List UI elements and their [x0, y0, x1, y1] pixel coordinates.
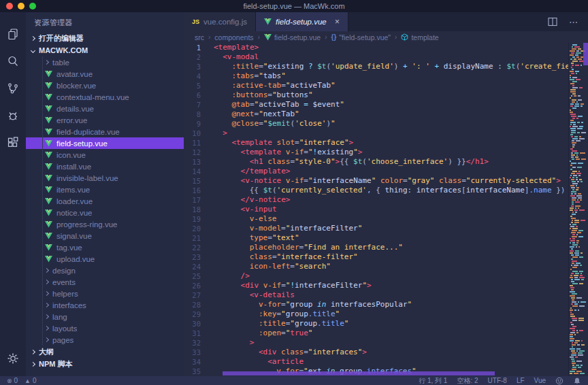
tree-item-install.vue[interactable]: install.vue: [26, 161, 184, 172]
extensions-activitybar-button[interactable]: [0, 129, 26, 156]
code-line[interactable]: 13<h1 class="style-0">{{ $t('choose_inte…: [184, 157, 568, 167]
tree-item-pages[interactable]: pages: [26, 334, 184, 346]
code-line[interactable]: 26<div v-if="!interfaceFilter">: [184, 281, 568, 290]
code-line[interactable]: 23class="interface-filter": [184, 252, 568, 262]
tree-item-design[interactable]: design: [26, 265, 184, 276]
tree-item-interfaces[interactable]: interfaces: [26, 299, 184, 311]
tree-item-field-setup.vue[interactable]: field-setup.vue: [26, 137, 184, 149]
code-line[interactable]: 17</v-notice>: [184, 195, 568, 205]
code-line[interactable]: 24icon-left="search": [184, 262, 568, 271]
source-control-activitybar-button[interactable]: [0, 75, 26, 102]
tree-item-upload.vue[interactable]: upload.vue: [26, 253, 184, 265]
breadcrumb-item-template[interactable]: template: [401, 33, 438, 41]
code-line[interactable]: 3:title="existing ? $t('update_field') +…: [184, 62, 568, 71]
vertical-scrollbar-thumb[interactable]: [583, 43, 588, 65]
tree-item-layouts[interactable]: layouts: [26, 322, 184, 334]
horizontal-scrollbar-thumb[interactable]: [223, 371, 495, 375]
code-line[interactable]: 12<template v-if="!existing">: [184, 148, 568, 157]
search-activitybar-button[interactable]: [0, 48, 26, 75]
code-line[interactable]: 18<v-input: [184, 205, 568, 214]
files-activitybar-button[interactable]: [0, 20, 26, 48]
code-line[interactable]: 30:title="group.title": [184, 319, 568, 329]
tree-item-helpers[interactable]: helpers: [26, 288, 184, 299]
status-warning[interactable]: ▲0: [24, 377, 36, 384]
tree-item-notice.vue[interactable]: notice.vue: [26, 207, 184, 218]
notifications-bell-button[interactable]: [573, 377, 581, 385]
code-line[interactable]: 5:active-tab="activeTab": [184, 81, 568, 90]
code-line[interactable]: 31:open="true": [184, 329, 568, 338]
tree-item-tag.vue[interactable]: tag.vue: [26, 241, 184, 253]
tree-item-label: details.vue: [56, 105, 94, 113]
tree-item-loader.vue[interactable]: loader.vue: [26, 195, 184, 207]
open-editors-section[interactable]: 打开的编辑器: [26, 32, 184, 44]
tree-item-contextual-menu.vue[interactable]: contextual-menu.vue: [26, 91, 184, 103]
tree-item-avatar.vue[interactable]: avatar.vue: [26, 68, 184, 80]
code-line[interactable]: 8@next="nextTab": [184, 110, 568, 119]
tree-item-events[interactable]: events: [26, 276, 184, 288]
breadcrumb-item-field-setup.vue[interactable]: {}"field-setup.vue": [331, 33, 391, 41]
code-line[interactable]: 7@tab="activeTab = $event": [184, 100, 568, 110]
tab-vue.config.js[interactable]: JSvue.config.js: [184, 12, 256, 31]
feedback-smiley-button[interactable]: [555, 377, 564, 385]
tab-field-setup.vue[interactable]: field-setup.vue×: [256, 12, 348, 31]
code-line[interactable]: 21type="text": [184, 233, 568, 243]
tree-item-field-duplicate.vue[interactable]: field-duplicate.vue: [26, 126, 184, 137]
minimize-window-button[interactable]: [18, 3, 24, 10]
breadcrumb-item-field-setup.vue[interactable]: field-setup.vue: [264, 33, 321, 41]
zoom-window-button[interactable]: [29, 3, 36, 10]
code-line[interactable]: 29:key="group.title": [184, 309, 568, 319]
code-line[interactable]: 16{{ $t('currently_selected', { thing: i…: [184, 186, 568, 195]
code-line[interactable]: 1<template>: [184, 43, 568, 52]
vertical-scrollbar[interactable]: [583, 43, 588, 376]
tree-item-invisible-label.vue[interactable]: invisible-label.vue: [26, 172, 184, 184]
tree-item-icon.vue[interactable]: icon.vue: [26, 149, 184, 161]
more-actions-button[interactable]: ⋯: [569, 17, 578, 27]
tree-item-lang[interactable]: lang: [26, 311, 184, 322]
code-line[interactable]: 33<div class="interfaces">: [184, 348, 568, 357]
code-line[interactable]: 34<article: [184, 357, 568, 367]
tree-item-table[interactable]: table: [26, 56, 184, 68]
code-line[interactable]: 22placeholder="Find an interface...": [184, 243, 568, 252]
sidebar-section-大纲[interactable]: 大纲: [26, 346, 184, 358]
code-line[interactable]: 4:tabs="tabs": [184, 71, 568, 81]
code-line[interactable]: 2<v-modal: [184, 52, 568, 62]
code-line[interactable]: 14</template>: [184, 167, 568, 176]
code-line[interactable]: 9@close="$emit('close')": [184, 119, 568, 129]
code-line[interactable]: 25/>: [184, 271, 568, 281]
code-line[interactable]: 10>: [184, 129, 568, 138]
settings-gear-activitybar-button[interactable]: [0, 345, 26, 372]
status-item[interactable]: LF: [517, 377, 525, 384]
tree-item-progress-ring.vue[interactable]: progress-ring.vue: [26, 218, 184, 230]
tree-item-signal.vue[interactable]: signal.vue: [26, 230, 184, 241]
tree-item-error.vue[interactable]: error.vue: [26, 114, 184, 126]
split-editor-button[interactable]: [547, 16, 558, 27]
code-line[interactable]: 20v-model="interfaceFilter": [184, 224, 568, 233]
code-area[interactable]: 1<template>2<v-modal3:title="existing ? …: [184, 43, 568, 376]
code-line[interactable]: 15<v-notice v-if="interfaceName" color="…: [184, 176, 568, 186]
breadcrumb-item-components[interactable]: components: [214, 33, 253, 41]
code-line[interactable]: 6:buttons="buttons": [184, 90, 568, 100]
code-line[interactable]: 32>: [184, 338, 568, 348]
debug-activitybar-button[interactable]: [0, 102, 26, 129]
breadcrumb-item-src[interactable]: src: [195, 33, 204, 41]
tree-item-items.vue[interactable]: items.vue: [26, 184, 184, 195]
code-line[interactable]: 19v-else: [184, 214, 568, 224]
status-item[interactable]: 空格: 2: [457, 376, 478, 385]
sidebar-section-NPM 脚本[interactable]: NPM 脚本: [26, 358, 184, 370]
code-line[interactable]: 27<v-details: [184, 290, 568, 300]
close-icon[interactable]: ×: [335, 17, 340, 27]
code-line[interactable]: 28v-for="group in interfacesPopular": [184, 300, 568, 309]
status-item[interactable]: UTF-8: [488, 377, 507, 384]
close-window-button[interactable]: [6, 3, 13, 10]
workspace-root-section[interactable]: MACWK.COM: [26, 44, 184, 56]
code-line[interactable]: 11<template slot="interface">: [184, 138, 568, 148]
minimap-segment: [570, 356, 574, 358]
tree-item-details.vue[interactable]: details.vue: [26, 103, 184, 114]
minimap[interactable]: [568, 43, 583, 376]
status-item[interactable]: Vue: [534, 377, 546, 384]
minimap-segment: [575, 71, 579, 72]
tree-item-blocker.vue[interactable]: blocker.vue: [26, 80, 184, 91]
status-item[interactable]: 行 1, 列 1: [419, 376, 447, 385]
status-error[interactable]: ⊗0: [7, 377, 18, 384]
minimap-line: [569, 116, 583, 117]
